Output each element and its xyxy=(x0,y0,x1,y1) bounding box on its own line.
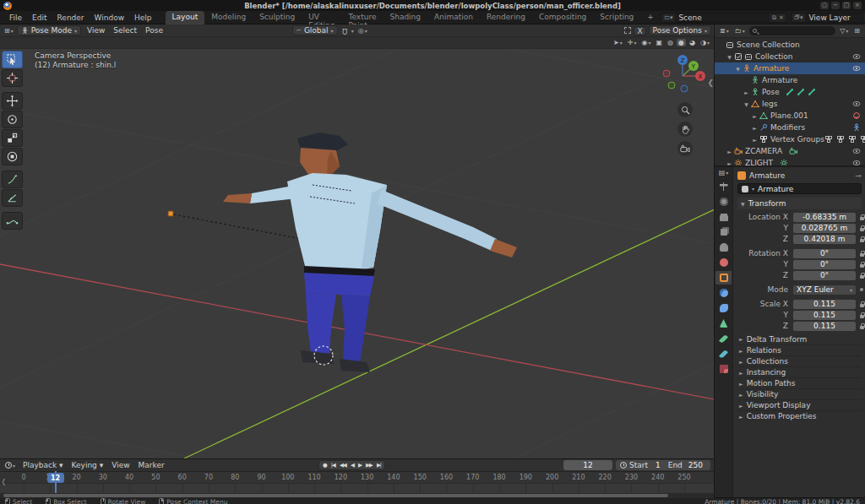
properties-tab-render[interactable] xyxy=(715,195,732,209)
outliner-row-zcamera[interactable]: ►ZCAMERA xyxy=(715,145,865,157)
minimize-button[interactable]: − xyxy=(831,2,840,9)
timeline-editor-type-icon[interactable]: ▾ xyxy=(3,462,17,469)
play-button[interactable]: ▶ xyxy=(356,462,363,469)
playback-sync-icon[interactable] xyxy=(620,462,627,469)
jump-start-button[interactable]: |◀ xyxy=(329,462,337,469)
object-name-field[interactable]: ▾ Armature xyxy=(737,183,862,194)
scene-browse-icon[interactable]: 🗀▾ xyxy=(664,14,673,21)
timeline-scrollbar[interactable] xyxy=(0,493,714,498)
expander-icon[interactable]: ▼ xyxy=(726,54,733,60)
timeline-menu-view[interactable]: View xyxy=(107,461,133,469)
animate-dot[interactable] xyxy=(860,288,863,291)
lock-icon[interactable] xyxy=(859,273,865,279)
tool-rotate[interactable] xyxy=(2,111,23,128)
outliner-row-legs[interactable]: ▼legs xyxy=(715,98,865,110)
menu-render[interactable]: Render xyxy=(52,14,90,22)
gizmo-y-neg[interactable] xyxy=(668,82,675,89)
start-frame-field[interactable]: 1 xyxy=(650,461,666,469)
properties-tab-view-layer[interactable] xyxy=(715,225,732,239)
current-frame-field[interactable]: 12 xyxy=(563,460,612,470)
lock-icon[interactable] xyxy=(859,312,865,318)
viewport-menu-select[interactable]: Select xyxy=(109,26,141,35)
workspace-tab-scripting[interactable]: Scripting xyxy=(593,11,640,24)
location-x-field[interactable]: -0.68335 m xyxy=(793,213,856,222)
timeline-expand-arrow[interactable]: ❬ xyxy=(1,478,7,485)
panel-viewport-display[interactable]: ►Viewport Display xyxy=(737,399,862,410)
view-layer-selector[interactable]: 🗇▾ View Layer ⧉ ✕ xyxy=(791,13,865,23)
shading-solid-icon[interactable]: ● xyxy=(677,39,686,46)
end-frame-field[interactable]: 250 xyxy=(685,461,706,469)
lock-icon[interactable] xyxy=(859,323,865,329)
lock-icon[interactable] xyxy=(859,214,865,220)
snap-dropdown[interactable]: ▾ xyxy=(351,28,354,34)
outliner-row-armature[interactable]: Armature xyxy=(715,74,865,86)
outliner-item-label[interactable]: Collection xyxy=(755,52,793,61)
lock-icon[interactable] xyxy=(859,236,865,242)
panel-relations[interactable]: ►Relations xyxy=(737,344,862,355)
workspace-tab-texture-paint[interactable]: Texture Paint xyxy=(342,11,384,24)
outliner-row-zlight[interactable]: ►ZLIGHT xyxy=(715,157,865,165)
outliner-row-vertex-groups[interactable]: ►Vertex Groups xyxy=(715,133,865,145)
properties-tab-scene[interactable] xyxy=(715,241,732,254)
viewport-menu-view[interactable]: View xyxy=(83,26,109,35)
tool-move[interactable] xyxy=(2,92,23,110)
copy-scene-icon[interactable]: ⧉ xyxy=(772,14,776,21)
panel-collections[interactable]: ►Collections xyxy=(737,355,862,366)
record-button[interactable]: ● xyxy=(321,462,329,469)
transform-panel-header[interactable]: ▼ Transform xyxy=(737,198,862,209)
shading-material-icon[interactable]: ◕ xyxy=(688,39,697,46)
tool-annotate[interactable] xyxy=(2,171,23,188)
shading-wireframe-icon[interactable]: ◍ xyxy=(666,39,675,46)
lock-icon[interactable] xyxy=(859,262,865,268)
workspace-tab-sculpting[interactable]: Sculpting xyxy=(253,11,302,24)
menu-edit[interactable]: Edit xyxy=(27,14,52,22)
jump-end-button[interactable]: ▶| xyxy=(375,462,383,469)
panel-visibility[interactable]: ►Visibility xyxy=(737,388,862,399)
outliner-search-input[interactable] xyxy=(749,26,835,35)
outliner-item-label[interactable]: Vertex Groups xyxy=(770,135,824,144)
shading-rendered-icon[interactable]: ◑▾ xyxy=(699,39,711,46)
expander-icon[interactable]: ▼ xyxy=(743,101,750,107)
outliner-item-label[interactable]: ZCAMERA xyxy=(745,147,782,155)
workspace-tab-rendering[interactable]: Rendering xyxy=(480,11,532,24)
outliner-row-plane-001[interactable]: ►Plane.001 xyxy=(715,110,865,122)
orientation-gizmo[interactable]: Z Y X xyxy=(662,52,708,98)
outliner-row-pose[interactable]: ►Pose xyxy=(715,86,865,98)
properties-editor-type-icon[interactable]: ▤▾ xyxy=(717,169,731,176)
pose-options-dropdown[interactable]: Pose Options ▾ xyxy=(649,25,711,35)
expander-icon[interactable]: ► xyxy=(751,125,759,131)
panel-custom-properties[interactable]: ►Custom Properties xyxy=(737,410,862,421)
outliner-item-label[interactable]: Pose xyxy=(762,88,780,96)
scene-name-field[interactable]: Scene xyxy=(675,14,770,22)
expander-icon[interactable]: ► xyxy=(726,160,733,166)
gizmo-x-neg[interactable] xyxy=(663,70,670,77)
outliner-item-label[interactable]: legs xyxy=(762,100,777,108)
y-field[interactable]: 0° xyxy=(793,260,856,269)
z-field[interactable]: 0° xyxy=(793,271,856,280)
pin-id-icon[interactable]: ⊸ xyxy=(855,171,862,180)
outliner-filter-id-icon[interactable]: 🗀▾ xyxy=(733,27,747,35)
expander-icon[interactable]: ► xyxy=(751,113,759,119)
z-field[interactable]: 0.42018 m xyxy=(793,235,856,244)
mode-field[interactable]: XYZ Euler▾ xyxy=(793,285,856,295)
properties-tab-bone[interactable] xyxy=(715,332,732,345)
object-visibility-icon[interactable]: ➤▾ xyxy=(612,39,624,46)
proportional-editing-icon[interactable]: ◎▾ xyxy=(356,27,369,35)
scene-selector[interactable]: 🗀▾ Scene ⧉ ✕ xyxy=(661,13,787,23)
gizmo-z-neg[interactable] xyxy=(681,85,688,92)
zoom-button[interactable] xyxy=(677,102,693,117)
lock-icon[interactable] xyxy=(859,251,865,257)
properties-tab-object[interactable] xyxy=(715,271,732,285)
outliner-row-modifiers[interactable]: ►Modifiers xyxy=(715,122,865,133)
properties-tab-constraints[interactable] xyxy=(715,286,732,300)
menu-window[interactable]: Window xyxy=(90,14,130,22)
workspace-tab-shading[interactable]: Shading xyxy=(383,11,427,24)
timeline-scrollbar-thumb[interactable] xyxy=(3,494,668,497)
menu-help[interactable]: Help xyxy=(129,14,157,22)
keep-above-button[interactable]: ○ xyxy=(820,2,829,9)
lock-icon[interactable] xyxy=(859,301,865,307)
pan-button[interactable] xyxy=(677,122,693,137)
character-model[interactable] xyxy=(223,133,517,372)
outliner-item-label[interactable]: Armature xyxy=(762,76,797,84)
workspace-tab-animation[interactable]: Animation xyxy=(427,11,480,24)
